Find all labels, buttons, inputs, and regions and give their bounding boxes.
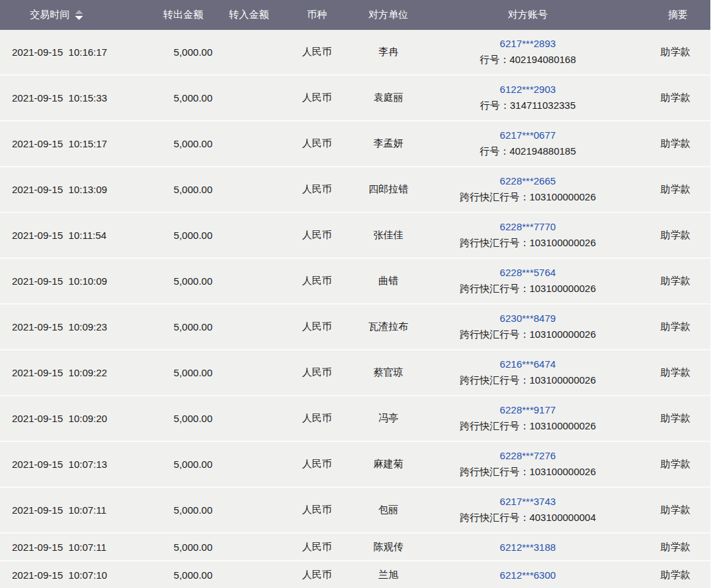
cell-currency: 人民币 bbox=[285, 229, 349, 242]
cell-account: 6228***7770 跨行快汇行号：103100000026 bbox=[428, 213, 627, 257]
cell-out-amount: 5,000.00 bbox=[143, 542, 212, 553]
cell-transaction-time: 2021-09-15 10:07:11 bbox=[0, 504, 143, 516]
account-number-link[interactable]: 6217***3743 bbox=[500, 496, 556, 507]
account-number-link[interactable]: 6216***6474 bbox=[500, 358, 556, 370]
cell-counterparty: 曲错 bbox=[349, 275, 428, 287]
table-header: 交易时间 转出金额 转入金额 币种 对方单位 对方账号 摘要 bbox=[0, 0, 710, 30]
cell-counterparty: 麻建菊 bbox=[349, 458, 428, 471]
cell-account: 6217***2893 行号：402194080168 bbox=[428, 30, 627, 74]
column-header-in-amount: 转入金额 bbox=[212, 0, 285, 30]
cell-counterparty: 兰旭 bbox=[349, 569, 428, 581]
cell-transaction-time: 2021-09-15 10:07:11 bbox=[0, 542, 143, 553]
table-row: 2021-09-15 10:07:11 5,000.00 人民币 包丽 6217… bbox=[0, 488, 710, 534]
cell-counterparty: 瓦渣拉布 bbox=[349, 321, 428, 333]
table-row: 2021-09-15 10:09:23 5,000.00 人民币 瓦渣拉布 62… bbox=[0, 305, 710, 350]
cell-summary: 助学款 bbox=[627, 366, 710, 379]
cell-out-amount: 5,000.00 bbox=[143, 413, 212, 424]
cell-summary: 助学款 bbox=[627, 504, 710, 516]
account-number-link[interactable]: 6228***2665 bbox=[500, 175, 556, 186]
table-row: 2021-09-15 10:11:54 5,000.00 人民币 张佳佳 622… bbox=[0, 213, 710, 259]
cell-account: 6217***3743 跨行快汇行号：403100000004 bbox=[428, 488, 627, 532]
cell-currency: 人民币 bbox=[285, 458, 349, 471]
account-number-link[interactable]: 6212***3188 bbox=[500, 542, 556, 553]
cell-out-amount: 5,000.00 bbox=[143, 92, 212, 104]
cell-out-amount: 5,000.00 bbox=[143, 504, 212, 516]
cell-summary: 助学款 bbox=[627, 137, 710, 150]
cell-summary: 助学款 bbox=[627, 92, 710, 104]
account-bank-number: 跨行快汇行号：103100000026 bbox=[459, 191, 596, 204]
cell-transaction-time: 2021-09-15 10:09:23 bbox=[0, 321, 143, 332]
account-bank-number: 跨行快汇行号：103100000026 bbox=[459, 283, 596, 295]
column-header-counterparty: 对方单位 bbox=[349, 0, 428, 30]
cell-transaction-time: 2021-09-15 10:15:33 bbox=[0, 92, 143, 104]
cell-account: 6216***6474 跨行快汇行号：103100000026 bbox=[428, 350, 627, 395]
cell-out-amount: 5,000.00 bbox=[143, 367, 212, 378]
account-number-link[interactable]: 6217***0677 bbox=[500, 129, 556, 141]
cell-transaction-time: 2021-09-15 10:09:20 bbox=[0, 413, 143, 424]
cell-summary: 助学款 bbox=[627, 183, 710, 196]
sort-icon[interactable] bbox=[75, 10, 83, 20]
account-bank-number: 行号：402194880185 bbox=[479, 145, 576, 158]
cell-transaction-time: 2021-09-15 10:09:22 bbox=[0, 367, 143, 378]
cell-out-amount: 5,000.00 bbox=[143, 230, 212, 241]
cell-summary: 助学款 bbox=[627, 275, 710, 287]
cell-currency: 人民币 bbox=[285, 541, 349, 553]
cell-transaction-time: 2021-09-15 10:13:09 bbox=[0, 184, 143, 195]
cell-counterparty: 袁庭丽 bbox=[349, 92, 428, 104]
account-number-link[interactable]: 6228***7276 bbox=[500, 450, 556, 461]
cell-counterparty: 包丽 bbox=[349, 504, 428, 516]
cell-out-amount: 5,000.00 bbox=[143, 321, 212, 332]
cell-out-amount: 5,000.00 bbox=[143, 569, 212, 581]
cell-counterparty: 冯亭 bbox=[349, 412, 428, 425]
account-number-link[interactable]: 6228***7770 bbox=[500, 221, 556, 232]
column-header-account: 对方账号 bbox=[428, 0, 627, 30]
cell-currency: 人民币 bbox=[285, 275, 349, 287]
cell-summary: 助学款 bbox=[627, 412, 710, 425]
cell-summary: 助学款 bbox=[627, 321, 710, 333]
account-number-link[interactable]: 6228***9177 bbox=[500, 404, 556, 415]
column-header-currency: 币种 bbox=[285, 0, 349, 30]
cell-account: 6230***8479 跨行快汇行号：103100000026 bbox=[428, 305, 627, 349]
column-header-summary: 摘要 bbox=[627, 0, 710, 30]
account-bank-number: 跨行快汇行号：103100000026 bbox=[459, 466, 596, 478]
cell-transaction-time: 2021-09-15 10:11:54 bbox=[0, 230, 143, 241]
account-number-link[interactable]: 6228***5764 bbox=[500, 267, 556, 278]
account-bank-number: 跨行快汇行号：103100000026 bbox=[459, 420, 596, 433]
cell-currency: 人民币 bbox=[285, 321, 349, 333]
cell-counterparty: 四郎拉错 bbox=[349, 183, 428, 196]
account-number-link[interactable]: 6217***2893 bbox=[500, 38, 556, 49]
cell-counterparty: 李孟妍 bbox=[349, 137, 428, 150]
cell-account: 6228***9177 跨行快汇行号：103100000026 bbox=[428, 396, 627, 441]
cell-currency: 人民币 bbox=[285, 92, 349, 104]
account-bank-number: 跨行快汇行号：103100000026 bbox=[459, 374, 596, 387]
cell-account: 6212***6300 bbox=[428, 561, 627, 588]
cell-account: 6228***5764 跨行快汇行号：103100000026 bbox=[428, 259, 627, 303]
table-row: 2021-09-15 10:13:09 5,000.00 人民币 四郎拉错 62… bbox=[0, 167, 710, 213]
cell-currency: 人民币 bbox=[285, 569, 349, 581]
sort-desc-icon bbox=[75, 16, 83, 20]
account-bank-number: 行号：314711032335 bbox=[480, 100, 576, 112]
table-row: 2021-09-15 10:07:10 5,000.00 人民币 兰旭 6212… bbox=[0, 561, 710, 588]
cell-summary: 助学款 bbox=[627, 569, 710, 581]
cell-out-amount: 5,000.00 bbox=[143, 46, 212, 58]
account-bank-number: 跨行快汇行号：103100000026 bbox=[459, 329, 596, 341]
cell-currency: 人民币 bbox=[285, 504, 349, 516]
table-row: 2021-09-15 10:15:33 5,000.00 人民币 袁庭丽 612… bbox=[0, 76, 710, 121]
cell-summary: 助学款 bbox=[627, 458, 710, 471]
account-number-link[interactable]: 6122***2903 bbox=[500, 84, 556, 95]
account-bank-number: 跨行快汇行号：103100000026 bbox=[459, 237, 596, 250]
table-row: 2021-09-15 10:09:20 5,000.00 人民币 冯亭 6228… bbox=[0, 396, 710, 442]
table-row: 2021-09-15 10:09:22 5,000.00 人民币 蔡官琼 621… bbox=[0, 350, 710, 396]
table-row: 2021-09-15 10:10:09 5,000.00 人民币 曲错 6228… bbox=[0, 259, 710, 305]
column-header-time-label: 交易时间 bbox=[30, 9, 70, 21]
cell-transaction-time: 2021-09-15 10:07:10 bbox=[0, 569, 143, 581]
column-header-time[interactable]: 交易时间 bbox=[0, 0, 143, 30]
cell-currency: 人民币 bbox=[285, 46, 349, 58]
cell-summary: 助学款 bbox=[627, 541, 710, 553]
table-row: 2021-09-15 10:07:13 5,000.00 人民币 麻建菊 622… bbox=[0, 442, 710, 488]
account-number-link[interactable]: 6212***6300 bbox=[500, 569, 556, 581]
account-number-link[interactable]: 6230***8479 bbox=[500, 313, 556, 324]
cell-out-amount: 5,000.00 bbox=[143, 184, 212, 195]
cell-transaction-time: 2021-09-15 10:15:17 bbox=[0, 138, 143, 149]
cell-account: 6212***3188 bbox=[428, 534, 627, 560]
